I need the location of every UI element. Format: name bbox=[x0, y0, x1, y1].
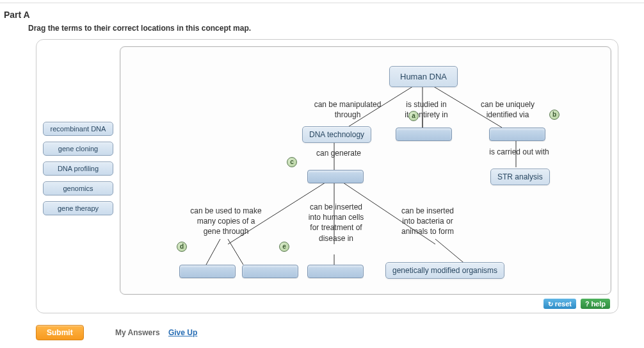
node-dna-technology: DNA technology bbox=[302, 126, 371, 143]
map-toolbar: ↻reset ?help bbox=[541, 299, 610, 309]
concept-map-panel: recombinant DNA gene cloning DNA profili… bbox=[36, 39, 618, 313]
reset-label: reset bbox=[555, 300, 572, 308]
svg-line-12 bbox=[435, 239, 466, 265]
edge-uniquely-identified: can be uniquelyidentified via bbox=[472, 99, 543, 120]
give-up-link[interactable]: Give Up bbox=[168, 328, 197, 337]
help-icon: ? bbox=[585, 301, 589, 308]
drop-slot-d-right[interactable] bbox=[242, 265, 298, 278]
edge-many-copies: can be used to makemany copies of agene … bbox=[184, 206, 268, 237]
reset-icon: ↻ bbox=[548, 301, 553, 308]
svg-line-9 bbox=[206, 239, 220, 265]
drop-slot-c[interactable] bbox=[307, 170, 364, 183]
drop-slot-a[interactable] bbox=[396, 128, 452, 141]
reset-button[interactable]: ↻reset bbox=[543, 299, 576, 309]
badge-a: a bbox=[408, 111, 419, 121]
edge-inserted-bacteria: can be insertedinto bacteria oranimals t… bbox=[389, 206, 466, 237]
edge-can-be-manipulated: can be manipulatedthrough bbox=[306, 99, 389, 120]
badge-e: e bbox=[279, 242, 289, 252]
edge-inserted-cells: can be insertedinto human cellsfor treat… bbox=[294, 202, 378, 244]
edge-is-studied-in: is studied inits entirety in bbox=[398, 99, 455, 120]
term-dna-profiling[interactable]: DNA profiling bbox=[43, 162, 113, 176]
drop-slot-b[interactable] bbox=[489, 128, 545, 141]
instructions-text: Drag the terms to their correct location… bbox=[0, 24, 644, 39]
term-genomics[interactable]: genomics bbox=[43, 181, 113, 195]
footer-bar: Submit My Answers Give Up bbox=[0, 321, 644, 348]
node-str-analysis: STR analysis bbox=[490, 169, 550, 185]
node-human-dna: Human DNA bbox=[389, 66, 458, 87]
my-answers-label: My Answers bbox=[115, 328, 160, 337]
help-label: help bbox=[591, 300, 606, 308]
term-gene-therapy[interactable]: gene therapy bbox=[43, 201, 113, 215]
term-recombinant-dna[interactable]: recombinant DNA bbox=[43, 122, 113, 136]
concept-map-canvas: Human DNA can be manipulatedthrough is s… bbox=[120, 46, 611, 295]
svg-line-10 bbox=[228, 239, 243, 265]
submit-button[interactable]: Submit bbox=[36, 325, 84, 340]
badge-b: b bbox=[549, 110, 559, 120]
help-button[interactable]: ?help bbox=[581, 299, 610, 309]
badge-d: d bbox=[177, 242, 187, 252]
node-gmo: genetically modified organisms bbox=[385, 262, 504, 279]
edge-can-generate: can generate bbox=[310, 148, 367, 158]
badge-c: c bbox=[287, 157, 297, 167]
edge-carried-out-with: is carried out with bbox=[484, 147, 554, 157]
part-title: Part A bbox=[0, 7, 644, 24]
drop-slot-d-left[interactable] bbox=[179, 265, 236, 278]
drop-slot-e[interactable] bbox=[307, 265, 364, 278]
term-palette: recombinant DNA gene cloning DNA profili… bbox=[43, 122, 113, 221]
term-gene-cloning[interactable]: gene cloning bbox=[43, 142, 113, 156]
